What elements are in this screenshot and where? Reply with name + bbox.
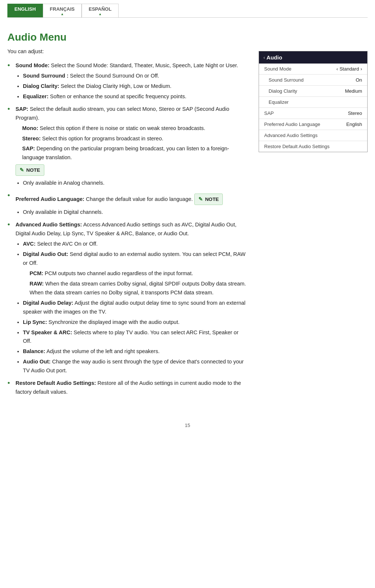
sap-label: SAP: [16, 106, 28, 112]
preferred-audio-text: Change the default value for audio langu… [86, 196, 192, 202]
sound-surround-row-label: Sound Surround [269, 77, 304, 83]
equalizer-row-label: Equalizer [269, 99, 289, 105]
list-item-sound-mode: Sound Mode: Select the Sound Mode: Stand… [7, 61, 248, 101]
language-tabs: ENGLISH FRANÇAIS ▲ ESPAÑOL ▲ [0, 0, 375, 17]
restore-label: Restore Default Audio Settings: [16, 380, 96, 386]
text-content: Audio Menu You can adjust: Sound Mode: S… [7, 29, 248, 400]
dialog-clarity-label: Dialog Clarity: [23, 83, 59, 89]
preferred-audio-row-label: Preferred Audio Language [264, 122, 320, 127]
list-item-tv-speaker: TV Speaker & ARC: Selects where to play … [23, 328, 248, 346]
tv-menu-header: ‹ Audio [259, 51, 367, 64]
tv-menu-row-sap[interactable]: SAP Stereo [259, 108, 367, 119]
sound-mode-text: Select the Sound Mode: Standard, Theater… [51, 62, 238, 68]
sound-mode-label: Sound Mode: [16, 62, 50, 68]
tv-menu-row-restore[interactable]: Restore Default Audio Settings [259, 141, 367, 152]
advanced-audio-sublist: AVC: Select the AVC On or Off. Digital A… [16, 240, 248, 375]
main-content: Audio Menu You can adjust: Sound Mode: S… [0, 18, 375, 415]
avc-label: AVC: [23, 241, 35, 247]
list-item-sound-surround: Sound Surround : Select the Sound Surrou… [23, 72, 248, 81]
tv-menu-row-advanced-audio[interactable]: Advanced Audio Settings [259, 130, 367, 141]
sap-indent: Mono: Select this option if there is noi… [16, 124, 248, 163]
sap-note-label: NOTE [26, 166, 40, 174]
list-item-balance: Balance: Adjust the volume of the left a… [23, 347, 248, 356]
tab-english[interactable]: ENGLISH [7, 4, 43, 17]
equalizer-label: Equalizer: [23, 93, 48, 99]
pcm-label: PCM: [30, 270, 43, 276]
page-title: Audio Menu [7, 29, 248, 46]
sound-mode-left-arrow: ‹ [337, 66, 338, 72]
preferred-note-box: ✎ NOTE [194, 194, 223, 205]
sound-surround-text: Select the Sound Surround On or Off. [70, 73, 159, 79]
balance-label: Balance: [23, 348, 45, 354]
sound-mode-sublist: Sound Surround : Select the Sound Surrou… [16, 72, 248, 101]
note-icon-preferred: ✎ [198, 195, 203, 204]
sap-note-box: ✎ NOTE [16, 164, 44, 176]
tv-menu-title: Audio [266, 54, 282, 61]
mono-text: Select this option if there is noise or … [40, 125, 205, 131]
list-item-equalizer: Equalizer: Soften or enhance the sound a… [23, 92, 248, 101]
sap-desc-label: SAP: [22, 146, 35, 151]
preferred-note-label: NOTE [205, 195, 219, 204]
equalizer-text: Soften or enhance the sound at specific … [50, 93, 186, 99]
tab-english-label: ENGLISH [14, 6, 36, 12]
tv-menu-row-equalizer[interactable]: Equalizer [259, 97, 367, 108]
list-item-restore: Restore Default Audio Settings: Restore … [7, 379, 248, 397]
francais-arrow: ▲ [61, 13, 64, 16]
dialog-clarity-row-label: Dialog Clarity [269, 88, 297, 94]
preferred-note-item: Only available in Digital channels. [23, 208, 248, 217]
raw-item: RAW: When the data stream carries Dolby … [30, 280, 248, 297]
tv-menu-panel: ‹ Audio Sound Mode ‹ Standard › Sound Su… [259, 51, 368, 152]
list-item-preferred-audio: Preferred Audio Language: Change the def… [7, 191, 248, 217]
pcm-text: PCM outputs two channel audio regardless… [45, 270, 193, 276]
tab-francais[interactable]: FRANÇAIS ▲ [43, 4, 82, 17]
sap-text: Select the default audio stream, you can… [16, 106, 229, 121]
list-item-digital-audio-delay: Digital Audio Delay: Adjust the digital … [23, 299, 248, 317]
sound-mode-row-label: Sound Mode [264, 66, 292, 72]
audio-out-text: Change the way audio is sent through the… [23, 359, 244, 373]
tab-espanol-label: ESPAÑOL [89, 6, 112, 12]
avc-text: Select the AVC On or Off. [37, 241, 98, 247]
stereo-text: Select this option for programs broadcas… [42, 136, 163, 141]
page-number: 15 [0, 415, 375, 432]
tv-menu-row-preferred-audio[interactable]: Preferred Audio Language English [259, 119, 367, 130]
digital-audio-indent: PCM: PCM outputs two channel audio regar… [23, 269, 248, 297]
sap-desc-item: SAP: Depending on the particular program… [22, 144, 248, 162]
stereo-label: Stereo: [22, 136, 41, 141]
sound-mode-value-text: Standard [340, 66, 359, 72]
note-icon-sap: ✎ [20, 166, 24, 174]
preferred-audio-row-value: English [346, 122, 362, 127]
advanced-audio-label: Advanced Audio Settings: [16, 222, 82, 228]
balance-text: Adjust the volume of the left and right … [47, 348, 160, 354]
sound-mode-row-value: ‹ Standard › [337, 66, 362, 72]
tv-menu-row-sound-mode[interactable]: Sound Mode ‹ Standard › [259, 64, 367, 75]
list-item-lip-sync: Lip Sync: Synchronize the displayed imag… [23, 318, 248, 327]
tv-menu-row-dialog-clarity[interactable]: Dialog Clarity Medium [259, 86, 367, 97]
list-item-sap: SAP: Select the default audio stream, yo… [7, 105, 248, 188]
list-item-digital-audio-out: Digital Audio Out: Send digital audio to… [23, 250, 248, 297]
tv-speaker-label: TV Speaker & ARC: [23, 329, 72, 335]
tab-francais-label: FRANÇAIS [50, 6, 75, 12]
sound-mode-right-arrow: › [361, 66, 362, 72]
list-item-audio-out: Audio Out: Change the way audio is sent … [23, 358, 248, 375]
section-list: Sound Mode: Select the Sound Mode: Stand… [7, 61, 248, 397]
dialog-clarity-text: Select the Dialog Clarity High, Low or M… [61, 83, 171, 89]
audio-out-label: Audio Out: [23, 359, 51, 365]
raw-text: When the data stream carries Dolby signa… [30, 281, 246, 295]
digital-audio-out-label: Digital Audio Out: [23, 251, 68, 257]
list-item-dialog-clarity: Dialog Clarity: Select the Dialog Clarit… [23, 82, 248, 91]
sound-surround-label: Sound Surround : [23, 73, 68, 79]
tv-menu-row-sound-surround[interactable]: Sound Surround On [259, 75, 367, 86]
subtitle: You can adjust: [7, 47, 248, 56]
stereo-item: Stereo: Select this option for programs … [22, 134, 248, 143]
raw-label: RAW: [30, 281, 44, 287]
preferred-audio-label: Preferred Audio Language: [16, 196, 84, 202]
sound-surround-row-value: On [356, 77, 362, 83]
lip-sync-label: Lip Sync: [23, 319, 47, 325]
preferred-note-list: Only available in Digital channels. [16, 208, 248, 217]
list-item-advanced-audio: Advanced Audio Settings: Access Advanced… [7, 220, 248, 375]
tv-menu-container: ‹ Audio Sound Mode ‹ Standard › Sound Su… [259, 51, 368, 152]
sap-row-value: Stereo [348, 110, 362, 116]
sap-note-list: Only available in Analog channels. [16, 179, 248, 188]
digital-audio-delay-label: Digital Audio Delay: [23, 300, 73, 306]
tab-espanol[interactable]: ESPAÑOL ▲ [82, 4, 119, 17]
